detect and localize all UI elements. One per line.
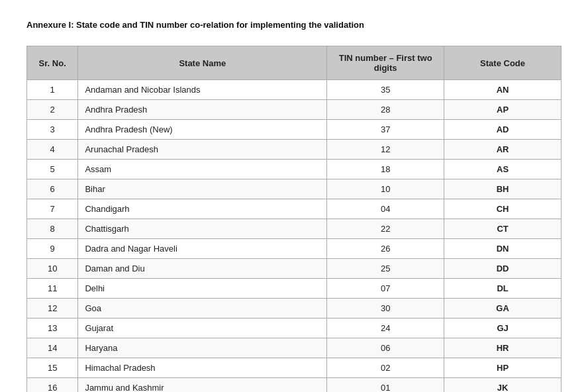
cell-sr-no: 12 (27, 299, 78, 318)
table-row: 6Bihar10BH (27, 179, 562, 199)
table-row: 10Daman and Diu25DD (27, 259, 562, 279)
cell-state-name: Dadra and Nagar Haveli (78, 239, 327, 259)
cell-tin-digits: 06 (327, 338, 444, 358)
cell-tin-digits: 07 (327, 279, 444, 299)
cell-sr-no: 14 (27, 338, 78, 358)
cell-state-name: Jammu and Kashmir (78, 378, 327, 393)
cell-state-code: GA (444, 299, 562, 318)
cell-tin-digits: 35 (327, 80, 444, 100)
cell-state-code: DL (444, 279, 562, 299)
cell-state-code: AN (444, 80, 562, 100)
cell-sr-no: 16 (27, 378, 78, 393)
cell-state-code: AP (444, 100, 562, 120)
cell-tin-digits: 04 (327, 199, 444, 219)
cell-state-name: Chandigarh (78, 199, 327, 219)
cell-tin-digits: 22 (327, 219, 444, 239)
cell-state-code: HR (444, 338, 562, 358)
cell-state-code: AD (444, 120, 562, 140)
table-row: 2Andhra Pradesh28AP (27, 100, 562, 120)
cell-state-name: Andaman and Nicobar Islands (78, 80, 327, 100)
cell-tin-digits: 28 (327, 100, 444, 120)
table-row: 1Andaman and Nicobar Islands35AN (27, 80, 562, 100)
cell-state-code: DD (444, 259, 562, 279)
page-title: Annexure I: State code and TIN number co… (26, 20, 562, 30)
cell-state-name: Andhra Pradesh (78, 100, 327, 120)
table-row: 14Haryana06HR (27, 338, 562, 358)
cell-tin-digits: 24 (327, 318, 444, 338)
cell-sr-no: 2 (27, 100, 78, 120)
cell-state-name: Bihar (78, 179, 327, 199)
cell-tin-digits: 02 (327, 358, 444, 378)
cell-tin-digits: 18 (327, 160, 444, 179)
header-sr-no: Sr. No. (27, 46, 78, 80)
cell-sr-no: 5 (27, 160, 78, 179)
cell-state-name: Andhra Pradesh (New) (78, 120, 327, 140)
cell-state-name: Daman and Diu (78, 259, 327, 279)
cell-state-code: AR (444, 140, 562, 160)
cell-tin-digits: 37 (327, 120, 444, 140)
cell-state-name: Chattisgarh (78, 219, 327, 239)
cell-state-code: GJ (444, 318, 562, 338)
cell-state-name: Goa (78, 299, 327, 318)
cell-state-code: CT (444, 219, 562, 239)
cell-state-code: DN (444, 239, 562, 259)
table-row: 16Jammu and Kashmir01JK (27, 378, 562, 393)
state-tin-table: Sr. No. State Name TIN number – First tw… (26, 46, 562, 392)
cell-sr-no: 1 (27, 80, 78, 100)
cell-state-name: Arunachal Pradesh (78, 140, 327, 160)
table-row: 3Andhra Pradesh (New)37AD (27, 120, 562, 140)
cell-tin-digits: 25 (327, 259, 444, 279)
table-row: 5Assam18AS (27, 160, 562, 179)
table-row: 13Gujarat24GJ (27, 318, 562, 338)
cell-state-name: Haryana (78, 338, 327, 358)
cell-sr-no: 3 (27, 120, 78, 140)
cell-sr-no: 11 (27, 279, 78, 299)
cell-state-name: Delhi (78, 279, 327, 299)
table-row: 15Himachal Pradesh02HP (27, 358, 562, 378)
cell-state-code: AS (444, 160, 562, 179)
cell-sr-no: 4 (27, 140, 78, 160)
cell-tin-digits: 26 (327, 239, 444, 259)
cell-state-code: HP (444, 358, 562, 378)
cell-sr-no: 15 (27, 358, 78, 378)
cell-sr-no: 6 (27, 179, 78, 199)
table-row: 4Arunachal Pradesh12AR (27, 140, 562, 160)
cell-state-code: BH (444, 179, 562, 199)
cell-sr-no: 13 (27, 318, 78, 338)
cell-state-name: Himachal Pradesh (78, 358, 327, 378)
cell-tin-digits: 01 (327, 378, 444, 393)
cell-tin-digits: 30 (327, 299, 444, 318)
cell-sr-no: 7 (27, 199, 78, 219)
table-row: 8Chattisgarh22CT (27, 219, 562, 239)
table-row: 7Chandigarh04CH (27, 199, 562, 219)
table-row: 9Dadra and Nagar Haveli26DN (27, 239, 562, 259)
table-row: 11Delhi07DL (27, 279, 562, 299)
cell-state-code: JK (444, 378, 562, 393)
cell-state-name: Gujarat (78, 318, 327, 338)
table-row: 12Goa30GA (27, 299, 562, 318)
header-state-code: State Code (444, 46, 562, 80)
cell-tin-digits: 10 (327, 179, 444, 199)
cell-sr-no: 10 (27, 259, 78, 279)
cell-sr-no: 8 (27, 219, 78, 239)
cell-state-name: Assam (78, 160, 327, 179)
header-tin-number: TIN number – First two digits (327, 46, 444, 80)
header-state-name: State Name (78, 46, 327, 80)
cell-sr-no: 9 (27, 239, 78, 259)
cell-state-code: CH (444, 199, 562, 219)
cell-tin-digits: 12 (327, 140, 444, 160)
